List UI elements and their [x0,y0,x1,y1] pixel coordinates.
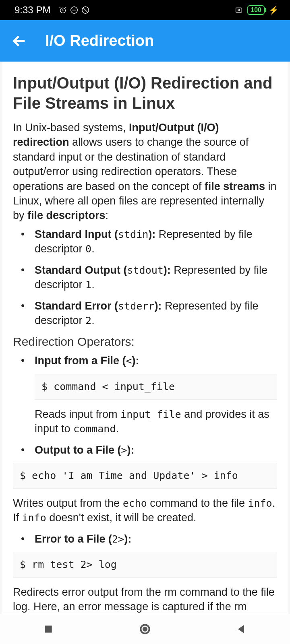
content-scroll[interactable]: Input/Output (I/O) Redirection and File … [2,62,288,614]
op-output-explain: Writes output from the echo command to t… [13,496,277,525]
list-item: Standard Error (stderr): Represented by … [35,299,277,328]
list-item: Input from a File (<): $ command < input… [35,353,277,436]
app-title: I/O Redirection [45,32,154,50]
arrow-left-icon [11,33,27,49]
status-icons [58,6,90,14]
status-right: 100 ⚡ [234,5,279,15]
circle-icon [139,623,151,636]
close-box-icon [234,6,243,14]
intro-paragraph: In Unix-based systems, Input/Output (I/O… [13,120,277,223]
status-bar: 9:33 PM 100 ⚡ [0,0,290,20]
battery-level: 100 [251,6,261,14]
list-item: Standard Output (stdout): Represented by… [35,263,277,292]
op-error-explain: Redirects error output from the rm comma… [13,585,277,614]
status-left: 9:33 PM [14,4,90,16]
recents-button[interactable] [24,623,72,636]
nav-back-button[interactable] [218,623,266,636]
code-block: $ rm test 2> log [13,552,277,578]
operators-list: Input from a File (<): $ command < input… [13,353,277,614]
triangle-left-icon [235,623,248,636]
list-item: Output to a File (>): $ echo 'I am Time … [35,443,277,525]
square-icon [42,623,55,636]
app-bar: I/O Redirection [0,20,290,61]
std-streams-list: Standard Input (stdin): Represented by f… [13,227,277,328]
list-item: Error to a File (2>): $ rm test 2> log R… [35,532,277,614]
page-heading: Input/Output (I/O) Redirection and File … [13,73,277,113]
code-block: $ command < input_file [35,374,277,400]
system-nav-bar [0,614,290,644]
operators-heading: Redirection Operators: [13,335,277,349]
alarm-icon [58,6,67,14]
status-time: 9:33 PM [14,4,50,16]
home-button[interactable] [121,623,169,636]
charging-icon: ⚡ [269,5,279,15]
battery-indicator: 100 [247,5,265,15]
dnd-icon [70,6,79,14]
no-sound-icon [81,6,90,14]
list-item: Standard Input (stdin): Represented by f… [35,227,277,256]
svg-rect-4 [45,626,52,632]
back-button[interactable] [10,31,29,51]
svg-point-6 [143,627,147,632]
code-block: $ echo 'I am Time and Update' > info [13,463,277,489]
